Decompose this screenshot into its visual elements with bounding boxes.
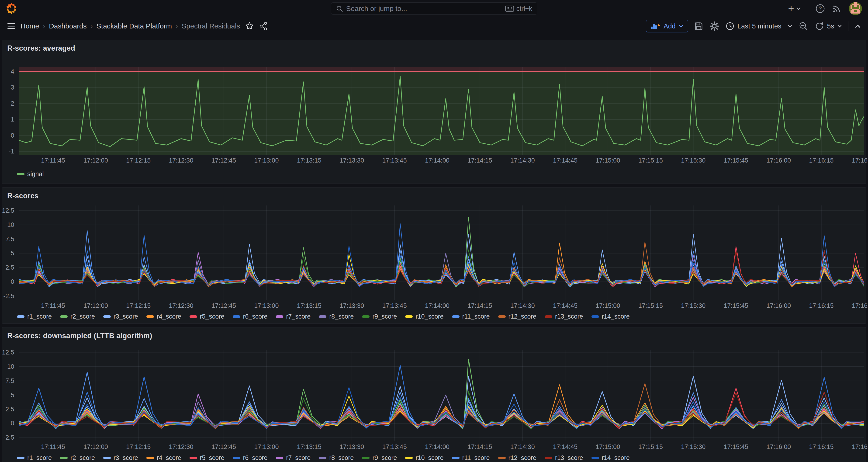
x-tick-label: 17:13:30 bbox=[339, 443, 364, 451]
grafana-logo-icon[interactable] bbox=[6, 3, 17, 14]
x-tick-label: 17:12:45 bbox=[212, 302, 236, 309]
legend-item-r6_score[interactable]: r6_score bbox=[233, 454, 268, 462]
refresh-button[interactable] bbox=[814, 21, 824, 31]
x-tick-label: 17:12:15 bbox=[126, 443, 151, 451]
legend-item-r7_score[interactable]: r7_score bbox=[276, 313, 311, 320]
legend-item-r14_score[interactable]: r14_score bbox=[591, 454, 630, 462]
zoom-out-time-button[interactable] bbox=[799, 21, 808, 31]
x-tick-label: 17:12:00 bbox=[84, 302, 108, 309]
legend-item-signal[interactable]: signal bbox=[17, 171, 44, 178]
legend-item-r10_score[interactable]: r10_score bbox=[405, 454, 443, 462]
legend-swatch bbox=[362, 457, 370, 459]
legend-item-r13_score[interactable]: r13_score bbox=[545, 454, 583, 462]
legend-label: signal bbox=[27, 171, 44, 178]
save-dashboard-button[interactable] bbox=[694, 22, 704, 31]
x-tick-label: 17:16:15 bbox=[809, 443, 834, 451]
breadcrumb-home[interactable]: Home bbox=[21, 22, 39, 30]
legend-swatch bbox=[498, 315, 506, 318]
x-tick-label: 17:13:30 bbox=[339, 302, 364, 309]
legend-item-r5_score[interactable]: r5_score bbox=[190, 454, 224, 462]
breadcrumb-folder[interactable]: Stackable Data Platform bbox=[96, 22, 172, 30]
x-tick-label: 17:13:15 bbox=[297, 157, 321, 164]
menu-button[interactable] bbox=[7, 23, 16, 30]
time-range-picker[interactable]: Last 5 minutes bbox=[725, 22, 793, 31]
dashboard-settings-button[interactable] bbox=[709, 21, 719, 31]
add-panel-icon bbox=[650, 22, 661, 30]
legend-item-r11_score[interactable]: r11_score bbox=[452, 454, 490, 462]
panel-title[interactable]: R-scores bbox=[7, 192, 38, 200]
legend-label: r9_score bbox=[372, 454, 397, 462]
legend-label: r2_score bbox=[70, 454, 95, 462]
x-tick-label: 17:14:00 bbox=[425, 302, 450, 309]
refresh-interval-picker[interactable]: 5s bbox=[827, 22, 842, 30]
legend-swatch bbox=[452, 315, 460, 318]
legend-item-r13_score[interactable]: r13_score bbox=[545, 313, 583, 320]
legend-item-r11_score[interactable]: r11_score bbox=[452, 313, 490, 320]
legend-item-r1_score[interactable]: r1_score bbox=[17, 313, 52, 320]
legend-swatch bbox=[147, 315, 154, 318]
x-tick-label: 17:16:30 bbox=[852, 302, 868, 309]
legend-item-r12_score[interactable]: r12_score bbox=[498, 313, 536, 320]
search-box[interactable]: ctrl+k bbox=[331, 2, 537, 15]
legend-item-r5_score[interactable]: r5_score bbox=[190, 313, 224, 320]
favorite-button[interactable] bbox=[245, 22, 254, 31]
y-tick-label: 2 bbox=[11, 100, 14, 107]
time-series-plot[interactable] bbox=[19, 67, 864, 155]
legend-item-r6_score[interactable]: r6_score bbox=[233, 313, 268, 320]
legend-item-r8_score[interactable]: r8_score bbox=[319, 454, 354, 462]
legend-item-r10_score[interactable]: r10_score bbox=[405, 313, 443, 320]
breadcrumb-dashboards[interactable]: Dashboards bbox=[49, 22, 87, 30]
legend-label: r11_score bbox=[462, 313, 490, 320]
legend-label: r5_score bbox=[200, 313, 224, 320]
legend-item-r4_score[interactable]: r4_score bbox=[147, 454, 181, 462]
legend-label: r2_score bbox=[70, 313, 95, 320]
y-axis: 12.5107.552.50-2.5 bbox=[2, 350, 16, 441]
legend-item-r4_score[interactable]: r4_score bbox=[147, 313, 181, 320]
legend-label: r13_score bbox=[555, 313, 583, 320]
legend-item-r3_score[interactable]: r3_score bbox=[103, 454, 138, 462]
legend-item-r9_score[interactable]: r9_score bbox=[362, 454, 397, 462]
x-tick-label: 17:15:30 bbox=[681, 443, 706, 451]
legend-item-r2_score[interactable]: r2_score bbox=[60, 313, 95, 320]
x-tick-label: 17:13:00 bbox=[254, 443, 279, 451]
hamburger-icon bbox=[7, 23, 16, 30]
x-tick-label: 17:16:30 bbox=[852, 157, 868, 164]
help-icon: ? bbox=[815, 4, 825, 13]
panel-title[interactable]: R-scores: downsampled (LTTB algorithm) bbox=[7, 332, 152, 340]
search-input[interactable] bbox=[346, 5, 502, 12]
time-series-plot[interactable] bbox=[19, 206, 864, 300]
collapse-toolbar-button[interactable] bbox=[855, 24, 861, 28]
legend-item-r8_score[interactable]: r8_score bbox=[319, 313, 354, 320]
y-tick-label: 2.5 bbox=[5, 264, 14, 271]
share-button[interactable] bbox=[259, 22, 268, 31]
legend-item-r3_score[interactable]: r3_score bbox=[103, 313, 138, 320]
create-new-button[interactable]: + bbox=[788, 3, 801, 14]
legend-item-r12_score[interactable]: r12_score bbox=[498, 454, 536, 462]
legend-label: r14_score bbox=[602, 313, 630, 320]
x-tick-label: 17:15:00 bbox=[596, 157, 620, 164]
x-axis: 17:11:4517:12:0017:12:1517:12:3017:12:45… bbox=[19, 302, 864, 310]
y-tick-label: 0 bbox=[11, 420, 14, 427]
x-tick-label: 17:14:00 bbox=[425, 157, 450, 164]
time-series-plot[interactable] bbox=[19, 350, 864, 441]
chart-svg bbox=[19, 67, 864, 155]
legend-item-r9_score[interactable]: r9_score bbox=[362, 313, 397, 320]
panel-title[interactable]: R-scores: averaged bbox=[7, 44, 75, 53]
x-tick-label: 17:14:45 bbox=[553, 443, 578, 451]
y-axis: 12.5107.552.50-2.5 bbox=[2, 206, 16, 300]
user-avatar[interactable] bbox=[849, 2, 862, 15]
legend-item-r2_score[interactable]: r2_score bbox=[60, 454, 95, 462]
x-tick-label: 17:15:15 bbox=[638, 302, 663, 309]
y-tick-label: 2.5 bbox=[5, 406, 14, 413]
add-panel-button[interactable]: Add bbox=[646, 20, 688, 32]
help-button[interactable]: ? bbox=[815, 4, 825, 13]
avatar-pixel-art bbox=[849, 2, 862, 15]
x-tick-label: 17:15:00 bbox=[596, 302, 620, 309]
chart-svg bbox=[19, 350, 864, 441]
x-tick-label: 17:15:00 bbox=[596, 443, 620, 451]
legend-item-r1_score[interactable]: r1_score bbox=[17, 454, 52, 462]
legend-item-r14_score[interactable]: r14_score bbox=[591, 313, 630, 320]
news-button[interactable] bbox=[832, 4, 842, 13]
search-shortcut: ctrl+k bbox=[505, 5, 532, 12]
legend-item-r7_score[interactable]: r7_score bbox=[276, 454, 311, 462]
